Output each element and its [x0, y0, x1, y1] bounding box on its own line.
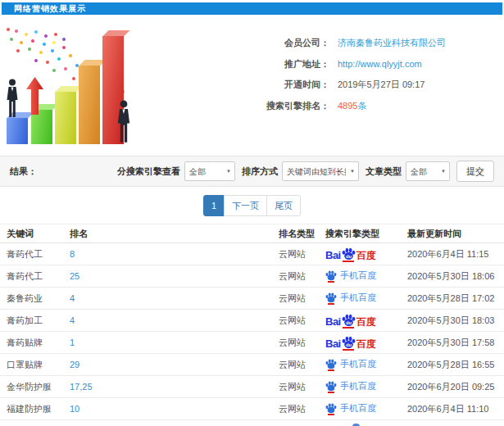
- rank-link[interactable]: 10: [70, 404, 79, 414]
- mobile-baidu-label: 手机百度: [340, 360, 376, 369]
- keyword-cell: 金华防护服: [0, 376, 70, 398]
- rank-link[interactable]: 4: [70, 315, 75, 325]
- member-company-label: 会员公司：: [143, 33, 329, 54]
- pagination: 1 下一页 尾页: [0, 187, 504, 224]
- filter-bar: 结果： 分搜索引擎查看 全部 排序方式 关键词由短到长排序 文章类型 全部 提交: [0, 156, 504, 187]
- col-rank: 排名: [70, 224, 279, 243]
- table-row: 福建防护服 10 云网站 Bai du 百度: [0, 398, 504, 420]
- confetti-dots: [7, 28, 10, 31]
- promo-url-link[interactable]: http://www.qlyyjt.com: [338, 59, 422, 69]
- mobile-baidu-label: 手机百度: [340, 293, 376, 302]
- rank-link[interactable]: 8: [70, 249, 75, 259]
- summary-section: 会员公司： 济南秦鲁药业科技有限公司 推广地址： http://www.qlyy…: [0, 15, 504, 150]
- baidu-pc-logo: Bai du 百度: [325, 314, 376, 327]
- col-keyword: 关键词: [0, 224, 70, 243]
- sort-select[interactable]: 关键词由短到长排序: [282, 161, 359, 181]
- submit-button[interactable]: 提交: [456, 161, 494, 182]
- rank-type-cell: 云网站: [279, 354, 325, 376]
- member-company-link[interactable]: 济南秦鲁药业科技有限公司: [338, 38, 446, 48]
- company-info: 会员公司： 济南秦鲁药业科技有限公司 推广地址： http://www.qlyy…: [143, 25, 496, 150]
- col-updated: 最新更新时间: [407, 224, 504, 243]
- rank-link[interactable]: 17,25: [70, 382, 93, 392]
- updated-cell: 2020年5月28日 16:55: [407, 354, 504, 376]
- baidu-mobile-logo: 手机百度: [325, 381, 376, 392]
- col-engine-type: 搜索引擎类型: [325, 224, 407, 243]
- baidu-mobile-logo: 手机百度: [325, 403, 376, 414]
- baidu-pc-logo: Bai du 百度: [325, 336, 376, 349]
- bar-green-icon: [31, 110, 52, 144]
- up-arrow-icon: [26, 77, 43, 115]
- rank-type-cell: 云网站: [279, 310, 325, 332]
- baidu-mobile-logo: 手机百度: [325, 292, 376, 303]
- mobile-baidu-paw-icon: [325, 403, 337, 414]
- mobile-baidu-label: 手机百度: [340, 382, 376, 391]
- rank-link[interactable]: 25: [70, 271, 79, 281]
- keyword-cell: 口罩贴牌: [0, 354, 70, 376]
- result-label: 结果：: [10, 165, 37, 178]
- results-table: 关键词 排名 排名类型 搜索引擎类型 最新更新时间 膏药代工 8 云网站 Bai: [0, 224, 504, 420]
- updated-cell: 2020年5月30日 17:58: [407, 332, 504, 354]
- rank-type-cell: 云网站: [279, 398, 325, 420]
- sort-label: 排序方式: [242, 165, 278, 178]
- open-time-label: 开通时间：: [143, 75, 329, 96]
- page-1-button[interactable]: 1: [203, 195, 225, 216]
- table-row: 膏药代工 8 云网站 Bai du 百度: [0, 243, 504, 265]
- article-type-label: 文章类型: [366, 165, 402, 178]
- promo-url-row: 推广地址： http://www.qlyyjt.com: [143, 54, 496, 75]
- updated-cell: 2020年5月28日 17:02: [407, 288, 504, 310]
- engine-rank-count: 4895: [338, 101, 357, 111]
- mobile-baidu-paw-icon: [325, 292, 337, 303]
- table-row: 膏药贴牌 1 云网站 Bai du 百度: [0, 332, 504, 354]
- bar-yellow-icon: [55, 92, 76, 144]
- table-header-row: 关键词 排名 排名类型 搜索引擎类型 最新更新时间: [0, 224, 504, 243]
- keyword-cell: 膏药贴牌: [0, 332, 70, 354]
- col-rank-type: 排名类型: [279, 224, 325, 243]
- updated-cell: 2020年6月4日 11:10: [407, 398, 504, 420]
- keyword-cell: 福建防护服: [0, 398, 70, 420]
- updated-cell: 2020年6月4日 11:15: [407, 243, 504, 265]
- keyword-cell: 膏药代工: [0, 243, 70, 265]
- article-type-select[interactable]: 全部: [406, 161, 450, 181]
- mobile-baidu-label: 手机百度: [340, 404, 376, 413]
- mobile-baidu-paw-icon: [325, 359, 337, 369]
- svg-text:du: du: [346, 342, 352, 347]
- engine-rank-label: 搜索引擎排名：: [143, 96, 329, 117]
- table-row: 膏药代工 25 云网站 Bai du 百度: [0, 265, 504, 288]
- rank-type-cell: 云网站: [279, 288, 325, 310]
- results-table-body: 膏药代工 8 云网站 Bai du 百度: [0, 243, 504, 420]
- last-page-button[interactable]: 尾页: [266, 195, 301, 216]
- mobile-baidu-paw-icon: [325, 381, 337, 392]
- rank-type-cell: 云网站: [279, 243, 325, 265]
- engine-view-label: 分搜索引擎查看: [117, 165, 180, 178]
- keyword-cell: 膏药加工: [0, 310, 70, 332]
- engine-rank-row: 搜索引擎排名： 4895条: [143, 96, 496, 117]
- baidu-paw-icon: du: [342, 336, 356, 349]
- updated-cell: 2020年5月30日 18:03: [407, 310, 504, 332]
- rank-link[interactable]: 4: [70, 293, 75, 303]
- businessman-right-icon: [115, 100, 133, 145]
- baidu-paw-icon: du: [342, 314, 356, 327]
- baidu-mobile-logo: 手机百度: [325, 270, 376, 281]
- mobile-baidu-paw-icon: [325, 270, 337, 281]
- keyword-cell: 膏药代工: [0, 265, 70, 288]
- rank-link[interactable]: 29: [70, 360, 79, 369]
- svg-text:du: du: [346, 320, 352, 325]
- keyword-cell: 秦鲁药业: [0, 288, 70, 310]
- baidu-pc-logo: Bai du 百度: [325, 247, 376, 261]
- next-page-button[interactable]: 下一页: [224, 195, 267, 216]
- growth-chart-illustration: [2, 25, 143, 149]
- engine-view-select[interactable]: 全部: [184, 161, 235, 181]
- table-row: 膏药加工 4 云网站 Bai du 百度: [0, 310, 504, 332]
- member-company-row: 会员公司： 济南秦鲁药业科技有限公司: [143, 33, 496, 54]
- open-time-value: 2019年5月27日 09:17: [329, 75, 425, 96]
- mobile-baidu-label: 手机百度: [340, 271, 376, 280]
- baidu-mobile-logo: 手机百度: [325, 359, 376, 369]
- rank-type-cell: 云网站: [279, 265, 325, 288]
- businessman-left-icon: [4, 79, 20, 120]
- rank-link[interactable]: 1: [70, 338, 75, 347]
- promo-url-label: 推广地址：: [143, 54, 329, 75]
- bar-blue-icon: [7, 118, 28, 144]
- table-row: 金华防护服 17,25 云网站 Bai du 百度: [0, 376, 504, 398]
- open-time-row: 开通时间： 2019年5月27日 09:17: [143, 75, 496, 96]
- bar-orange-icon: [79, 66, 100, 144]
